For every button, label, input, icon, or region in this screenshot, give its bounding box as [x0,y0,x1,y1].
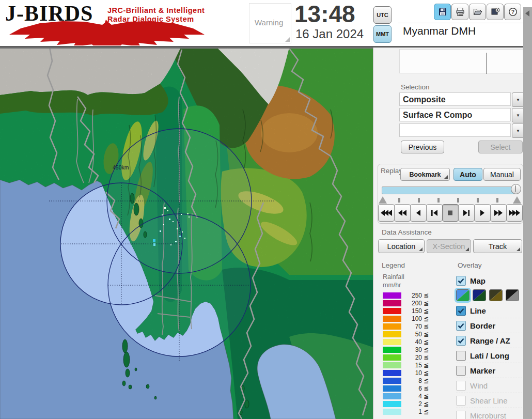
replay-mode-auto[interactable]: Auto [453,168,482,181]
legend-operator: ≦ [424,331,429,338]
checkbox[interactable] [456,321,466,331]
check-icon [458,323,464,329]
previous-button[interactable]: Previous [401,141,444,153]
stop-button[interactable] [442,204,459,222]
legend-swatch-4 [383,393,401,399]
overlay-item-line[interactable]: Line [456,303,522,318]
save-icon [438,7,447,17]
legend-value: 70 [403,323,422,330]
step-forward-button[interactable] [458,204,475,222]
overlay-item-marker[interactable]: Marker [456,363,522,378]
check-icon [458,308,464,314]
warning-box[interactable]: Warning [249,3,291,43]
app-logo-subtitle-1: JRC-Brilliant & Intelligent [107,6,205,14]
checkbox[interactable] [456,411,466,419]
overlay-item-label: Marker [470,366,495,375]
replay-slider-track[interactable] [382,187,518,194]
legend-operator: ≦ [424,323,429,330]
save-button[interactable] [434,4,451,20]
rewind-fast-button[interactable] [378,204,395,222]
legend-operator: ≦ [424,307,429,315]
print-button[interactable] [451,4,468,20]
legend-value: 2 [403,400,422,408]
legend-swatch-50 [383,331,401,337]
legend-operator: ≦ [424,338,429,346]
overlay-item-label: Map [470,276,486,285]
checkbox[interactable] [456,396,466,406]
legend-value: 200 [403,300,422,307]
step-forward-icon [461,209,472,216]
svg-text:?: ? [511,9,514,15]
slider-start-marker[interactable] [379,196,387,204]
site-info-box[interactable] [399,49,523,73]
selection-dropdown-2[interactable]: Surface R Compo [399,108,511,121]
location-button[interactable]: Location [378,239,425,253]
slider-tick [418,198,420,203]
rewind-button[interactable] [394,204,411,222]
checkbox[interactable] [456,336,466,346]
map-style-swatch-4[interactable] [506,289,519,301]
play-reverse-icon [413,209,424,216]
legend-operator: ≦ [424,315,429,322]
step-back-icon [429,209,440,216]
map-viewport[interactable]: 450km [0,48,373,419]
checkbox[interactable] [456,276,466,286]
toolbar-separator [398,23,523,23]
legend-value: 50 [403,331,422,338]
eagle-logo-icon [5,19,207,45]
overlay-item-wind[interactable]: Wind [456,378,522,393]
timezone-button-mmt[interactable]: MMT [373,25,392,43]
step-back-button[interactable] [426,204,443,222]
resize-grip-icon[interactable] [285,37,290,42]
selection-dropdown-1[interactable]: Composite [399,92,511,106]
timezone-button-utc[interactable]: UTC [373,6,392,24]
dropdown-arrow-button[interactable]: ▼ [512,92,524,107]
add-image-button[interactable] [487,4,504,20]
overlay-item-range-az[interactable]: Range / AZ [456,333,522,348]
slider-tick [496,198,498,203]
track-button[interactable]: Track [473,239,522,253]
checkbox[interactable] [456,381,466,391]
play-reverse-button[interactable] [410,204,427,222]
open-folder-button[interactable] [469,4,486,20]
legend-swatch-10 [383,370,401,376]
overlay-item-microburst[interactable]: Microburst [456,408,522,419]
overlay-item-border[interactable]: Border [456,318,522,333]
overlay-label: Overlay [458,261,482,269]
overlay-item-shear-line[interactable]: Shear Line [456,393,522,408]
map-style-swatch-3[interactable] [489,289,503,301]
map-canvas[interactable]: 450km [0,48,373,419]
selection-dropdown-3[interactable] [399,123,511,137]
legend-swatch-1 [383,409,401,415]
forward-button[interactable] [490,204,507,222]
overlay-item-label: Range / AZ [470,336,510,345]
legend-operator: ≦ [424,377,429,384]
play-icon [477,209,488,216]
checkbox[interactable] [456,351,466,361]
map-style-swatch-1[interactable] [456,289,470,301]
dropdown-arrow-button[interactable]: ▼ [512,123,524,138]
checkbox[interactable] [456,306,466,316]
forward-fast-button[interactable] [506,204,523,222]
panel-collapse-gutter[interactable] [523,7,532,419]
data-assistance-label: Data Assistance [382,228,432,236]
legend-value: 6 [403,385,422,392]
map-style-swatch-2[interactable] [473,289,486,301]
legend-swatch-6 [383,385,401,392]
x-section-button[interactable]: X-Section [427,239,471,253]
replay-mode-manual[interactable]: Manual [483,168,521,181]
slider-end-marker[interactable] [513,196,521,204]
legend-operator: ≦ [424,300,429,307]
overlay-item-map[interactable]: Map [456,273,522,288]
play-button[interactable] [474,204,491,222]
bookmark-button[interactable]: Bookmark [400,168,450,181]
legend-swatch-70 [383,323,401,330]
select-button[interactable]: Select [478,141,523,153]
replay-slider-thumb[interactable] [511,184,521,194]
forward-icon [493,209,504,216]
dropdown-arrow-button[interactable]: ▼ [512,108,524,122]
slider-tick [457,198,459,203]
help-button[interactable]: ? [504,4,521,20]
overlay-item-lati-long[interactable]: Lati / Long [456,348,522,363]
checkbox[interactable] [456,366,466,376]
